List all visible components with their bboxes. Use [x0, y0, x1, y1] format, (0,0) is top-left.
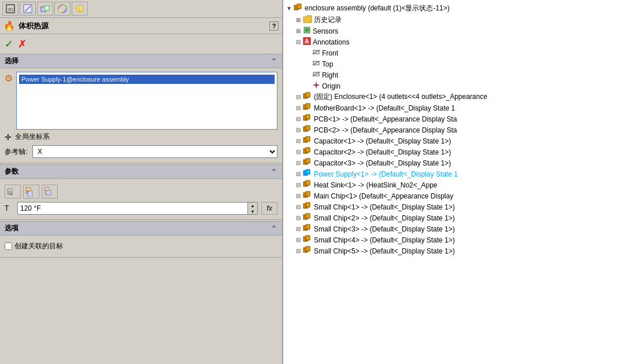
tree-node-text: 历史记录 — [314, 15, 342, 25]
tree-item[interactable]: ⊞ Sensors — [283, 25, 644, 36]
accept-button[interactable]: ✓ — [5, 38, 13, 50]
tree-node-icon — [303, 224, 312, 234]
root-expand-icon: ▼ — [284, 5, 294, 12]
svg-rect-50 — [306, 181, 310, 185]
params-section: 参数 ⌃ Q0 q T T ▲ — [0, 164, 282, 220]
options-section: 选项 ⌃ 创建关联的目标 — [0, 221, 282, 258]
expand-icon: ⊟ — [294, 39, 303, 45]
selection-header[interactable]: 选择 ⌃ — [0, 54, 282, 68]
toolbar-assembly-btn[interactable] — [37, 2, 53, 16]
tree-node-icon — [303, 213, 312, 223]
tree-item[interactable]: ⊟ Capacitor<2> -> (Default<_Display Stat… — [283, 146, 644, 157]
selection-collapse-icon: ⌃ — [271, 57, 277, 66]
spinner-down-button[interactable]: ▼ — [248, 208, 257, 214]
toolbar-color-btn[interactable] — [54, 2, 71, 16]
svg-text:T: T — [45, 189, 47, 193]
tree-node-text: Heat Sink<1> -> (HeatSink_No2<_Appe — [314, 181, 437, 189]
tree-item[interactable]: ⊟ PCB<1> -> (Default<_Appearance Display… — [283, 113, 644, 124]
reject-button[interactable]: ✗ — [18, 38, 27, 50]
tree-node-text: Small Chip<1> -> (Default<_Display State… — [314, 203, 455, 211]
params-collapse-icon: ⌃ — [271, 167, 277, 177]
tree-node-icon — [303, 180, 312, 190]
panel-title: 体积热源 — [18, 21, 49, 31]
tree-node-icon — [303, 114, 312, 124]
tree-item[interactable]: ⊟ Small Chip<3> -> (Default<_Display Sta… — [283, 223, 644, 234]
action-bar: ✓ ✗ — [0, 34, 282, 54]
expand-icon: ⊟ — [294, 215, 303, 221]
svg-text:0: 0 — [11, 192, 13, 196]
expand-icon: ⊟ — [294, 248, 303, 254]
svg-text:3D: 3D — [8, 7, 13, 12]
tree-item[interactable]: ⊟ Small Chip<5> -> (Default<_Display Sta… — [283, 245, 644, 256]
tree-node-icon — [303, 147, 312, 157]
toolbar-sketch-btn[interactable] — [20, 2, 36, 16]
param-btn-t[interactable]: T — [42, 185, 58, 198]
tree-item[interactable]: ⊟ Small Chip<1> -> (Default<_Display Sta… — [283, 201, 644, 212]
tree-item[interactable]: ⊟ Power Supply<1> -> (Default<_Display S… — [283, 168, 644, 179]
svg-point-32 — [315, 84, 317, 86]
tree-item[interactable]: Origin — [283, 80, 644, 91]
svg-rect-58 — [306, 225, 310, 229]
spinner-up-button[interactable]: ▲ — [248, 203, 257, 208]
svg-rect-36 — [306, 104, 310, 108]
ref-row: 参考轴: X Y Z — [5, 144, 277, 159]
tree-root[interactable]: ▼ enclosure assembly (default (1)<显示状态-1… — [283, 2, 644, 14]
tree-node-text: MotherBoard<1> -> (Default<_Display Stat… — [314, 104, 455, 112]
params-header[interactable]: 参数 ⌃ — [0, 165, 282, 179]
toolbar-3d-btn[interactable]: 3D — [2, 2, 18, 16]
root-assembly-icon — [294, 3, 303, 14]
tree-item[interactable]: ⊟ PCB<2> -> (Default<_Appearance Display… — [283, 124, 644, 135]
tree-node-text: Right — [322, 71, 338, 79]
param-btn-q1[interactable]: q — [23, 185, 39, 198]
tree-item[interactable]: Front — [283, 47, 644, 58]
expand-icon: ⊟ — [294, 226, 303, 232]
tree-item[interactable]: ⊟ Small Chip<2> -> (Default<_Display Sta… — [283, 212, 644, 223]
svg-marker-29 — [313, 72, 319, 76]
svg-marker-25 — [313, 50, 319, 54]
tree-item[interactable]: ⊟ Capacitor<1> -> (Default<_Display Stat… — [283, 135, 644, 146]
svg-rect-5 — [45, 6, 49, 10]
svg-text:q: q — [27, 189, 28, 193]
temp-input[interactable] — [18, 203, 247, 214]
svg-rect-54 — [306, 203, 310, 207]
svg-rect-62 — [306, 247, 310, 251]
ref-axis-select[interactable]: X Y Z — [32, 145, 277, 158]
param-btn-q0[interactable]: Q0 — [5, 185, 21, 198]
tree-item[interactable]: ⊟ Small Chip<4> -> (Default<_Display Sta… — [283, 234, 644, 245]
tree-item[interactable]: ⊟ (固定) Enclosure<1> (4 outlets<<4 outlet… — [283, 91, 644, 102]
tree-item[interactable]: Right — [283, 69, 644, 80]
tree-item[interactable]: Top — [283, 58, 644, 69]
tree-item[interactable]: ⊟ Heat Sink<1> -> (HeatSink_No2<_Appe — [283, 179, 644, 190]
options-header[interactable]: 选项 ⌃ — [0, 222, 282, 236]
tree-node-text: Capacitor<2> -> (Default<_Display State … — [314, 148, 451, 156]
params-content: Q0 q T T ▲ ▼ fx — [0, 179, 282, 219]
tree-item[interactable]: ⊟ Capacitor<3> -> (Default<_Display Stat… — [283, 157, 644, 168]
svg-rect-60 — [306, 236, 310, 240]
fx-button[interactable]: fx — [261, 202, 277, 215]
tree-node-text: PCB<1> -> (Default<_Appearance Display S… — [314, 115, 457, 123]
expand-icon: ⊟ — [294, 138, 303, 144]
tree-node-icon — [303, 15, 312, 25]
checkbox-wrap: 创建关联的目标 — [5, 241, 63, 251]
toolbar: 3D Σ — [0, 0, 282, 18]
help-button[interactable]: ? — [269, 21, 279, 31]
create-target-checkbox[interactable] — [5, 242, 12, 250]
tree-item[interactable]: ⊟ MotherBoard<1> -> (Default<_Display St… — [283, 102, 644, 113]
tree-node-text: Annotations — [313, 38, 349, 46]
selection-section: 选择 ⌃ ⚙ Power Supply-1@enclosure assembly… — [0, 54, 282, 163]
tree-node-text: (固定) Enclosure<1> (4 outlets<<4 outlets>… — [314, 92, 487, 102]
tree-item[interactable]: ⊟ A Annotations — [283, 36, 644, 47]
temp-input-wrap: ▲ ▼ — [17, 202, 258, 215]
temp-label: T — [5, 204, 14, 212]
svg-rect-40 — [306, 126, 310, 130]
toolbar-evaluate-btn[interactable]: Σ — [72, 2, 88, 16]
selection-content: ⚙ Power Supply-1@enclosure assembly ✛ 全局… — [0, 68, 282, 163]
svg-marker-27 — [313, 61, 319, 65]
tree-item[interactable]: ⊟ Main Chip<1> (Default<_Appearance Disp… — [283, 190, 644, 201]
tree-node-icon — [303, 26, 311, 36]
tree-item[interactable]: ⊞ 历史记录 — [283, 14, 644, 25]
tree-node-icon — [303, 103, 312, 113]
selection-box[interactable]: Power Supply-1@enclosure assembly — [16, 72, 277, 130]
svg-rect-19 — [297, 4, 301, 9]
tree-node-icon — [312, 70, 320, 80]
